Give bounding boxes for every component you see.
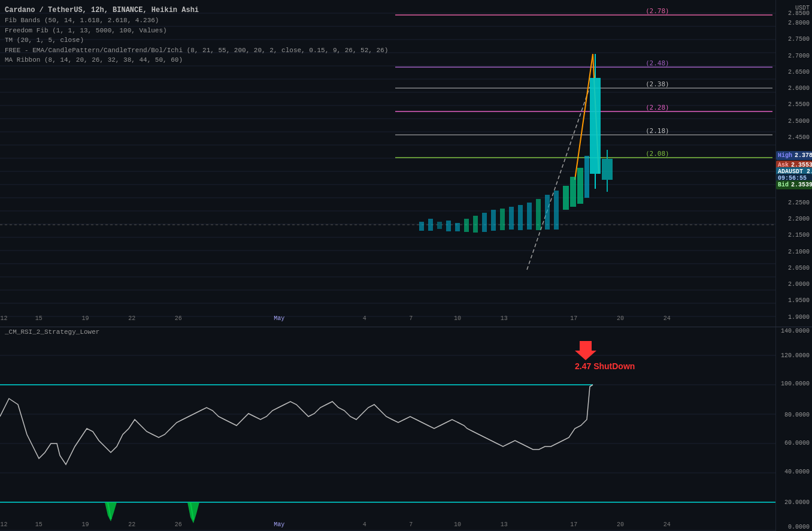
svg-rect-60 — [509, 207, 514, 230]
svg-rect-63 — [536, 199, 541, 230]
rsi-label-0: 0.0000 — [788, 524, 810, 530]
price-label-2000: 2.0000 — [788, 281, 810, 288]
rsi-chart — [0, 327, 775, 531]
rsi-x-label-15: 15 — [35, 521, 43, 528]
svg-rect-51 — [428, 219, 433, 231]
indicator-ema: FREE - EMA/CandlePattern/CandleTrend/Bol… — [5, 46, 388, 56]
svg-rect-62 — [527, 203, 532, 230]
rsi-label-40: 40.0000 — [784, 469, 810, 475]
x-label-12: 12 — [0, 315, 7, 322]
x-label-10: 10 — [454, 315, 461, 322]
rsi-x-label-10: 10 — [454, 521, 461, 528]
svg-rect-49 — [584, 156, 589, 198]
price-label-2800: 2.8000 — [788, 20, 810, 26]
x-axis: 12 15 19 22 26 May 4 7 10 13 17 20 24 — [0, 315, 775, 325]
x-label-7: 7 — [409, 315, 413, 322]
chart-container: Cardano / TetherUS, 12h, BINANCE, Heikin… — [0, 0, 812, 531]
price-label-2250: 2.2500 — [788, 199, 810, 206]
rsi-x-label-may: May — [274, 521, 284, 528]
price-label-1900: 1.9000 — [788, 313, 810, 320]
rsi-label-120: 120.0000 — [781, 352, 810, 358]
svg-rect-55 — [464, 219, 469, 232]
rsi-axis: 140.0000 120.0000 100.0000 80.0000 60.00… — [775, 327, 812, 531]
rsi-x-label-13: 13 — [501, 521, 508, 528]
rsi-label-60: 60.0000 — [784, 440, 810, 446]
panel-divider — [0, 327, 812, 327]
shutdown-arrow-icon — [575, 339, 596, 360]
svg-rect-58 — [491, 210, 496, 231]
svg-rect-46 — [563, 186, 569, 210]
indicator-tm: TM (20, 1, 5, close) — [5, 35, 388, 46]
shutdown-annotation: 2.47 ShutDown — [575, 339, 635, 372]
rsi-x-label-17: 17 — [570, 521, 577, 528]
price-label-2050: 2.0500 — [788, 264, 810, 271]
rsi-x-axis: 12 15 19 22 26 May 4 7 10 13 17 20 24 — [0, 521, 775, 531]
price-label-2700: 2.7000 — [788, 52, 810, 59]
price-axis: 2.8500 2.8000 2.7500 2.7000 2.6500 2.600… — [775, 0, 812, 327]
x-label-15: 15 — [35, 315, 43, 322]
svg-rect-66 — [0, 327, 775, 531]
indicator-freedom-fib: Freedom Fib (1, 1, 13, 5000, 100, Values… — [5, 26, 388, 36]
svg-rect-52 — [437, 222, 442, 229]
x-label-17: 17 — [570, 315, 577, 322]
shutdown-text: 2.47 ShutDown — [575, 361, 635, 371]
rsi-x-label-4: 4 — [363, 521, 366, 528]
price-label-2500: 2.5000 — [788, 117, 810, 124]
rsi-label-100: 100.0000 — [781, 381, 810, 387]
rsi-x-label-24: 24 — [663, 521, 671, 528]
rsi-x-label-26: 26 — [175, 521, 182, 528]
rsi-x-label-19: 19 — [81, 521, 89, 528]
price-label-2200: 2.2000 — [788, 216, 810, 222]
price-label-2450: 2.4500 — [788, 134, 810, 140]
x-label-20: 20 — [617, 315, 624, 322]
svg-rect-59 — [500, 209, 505, 230]
x-label-4: 4 — [363, 315, 366, 322]
svg-text:(2.28): (2.28) — [646, 104, 669, 111]
price-label-2100: 2.1000 — [788, 248, 810, 255]
x-label-13: 13 — [501, 315, 508, 322]
rsi-label-20: 20.0000 — [784, 499, 810, 506]
x-label-may: May — [274, 315, 284, 322]
x-label-24: 24 — [663, 315, 671, 322]
chart-title: Cardano / TetherUS, 12h, BINANCE, Heikin… — [5, 5, 388, 16]
rsi-panel-label: _CM_RSI_2_Strategy_Lower — [5, 328, 99, 336]
x-label-22: 22 — [128, 315, 135, 322]
svg-rect-65 — [554, 191, 559, 230]
svg-rect-54 — [455, 223, 460, 231]
indicator-ma-ribbon: MA Ribbon (8, 14, 20, 26, 32, 38, 44, 50… — [5, 55, 388, 65]
svg-rect-50 — [419, 222, 424, 231]
svg-rect-64 — [545, 195, 550, 230]
price-label-2650: 2.6500 — [788, 68, 810, 75]
x-label-19: 19 — [81, 315, 89, 322]
price-label-2150: 2.1500 — [788, 232, 810, 239]
svg-marker-80 — [575, 341, 596, 360]
svg-text:(2.08): (2.08) — [646, 150, 669, 158]
rsi-x-label-20: 20 — [617, 521, 624, 528]
rsi-label-140: 140.0000 — [781, 327, 810, 334]
price-label-2550: 2.5500 — [788, 101, 810, 108]
svg-text:(2.18): (2.18) — [646, 127, 669, 135]
price-label-2750: 2.7500 — [788, 36, 810, 43]
svg-rect-56 — [473, 216, 478, 233]
svg-text:(2.78): (2.78) — [646, 7, 669, 15]
svg-text:(2.38): (2.38) — [646, 80, 669, 88]
svg-rect-53 — [446, 221, 451, 231]
svg-rect-47 — [570, 177, 576, 207]
bid-badge: Bid 2.3539 — [776, 180, 812, 189]
rsi-x-label-7: 7 — [409, 521, 413, 528]
rsi-x-label-12: 12 — [0, 521, 7, 528]
svg-rect-48 — [577, 168, 583, 204]
svg-rect-43 — [602, 159, 613, 180]
indicator-fib-bands: Fib Bands (50, 14, 1.618, 2.618, 4.236) — [5, 16, 388, 26]
x-label-26: 26 — [175, 315, 182, 322]
price-label-1950: 1.9500 — [788, 297, 810, 304]
rsi-label-80: 80.0000 — [784, 411, 810, 418]
svg-rect-40 — [590, 78, 601, 174]
svg-rect-61 — [518, 205, 523, 230]
header-info: Cardano / TetherUS, 12h, BINANCE, Heikin… — [5, 5, 388, 65]
usdt-label: USDT — [795, 5, 810, 11]
high-badge: High 2.3789 — [776, 151, 812, 160]
svg-rect-57 — [482, 213, 487, 232]
rsi-x-label-22: 22 — [128, 521, 135, 528]
svg-text:(2.48): (2.48) — [646, 59, 669, 67]
